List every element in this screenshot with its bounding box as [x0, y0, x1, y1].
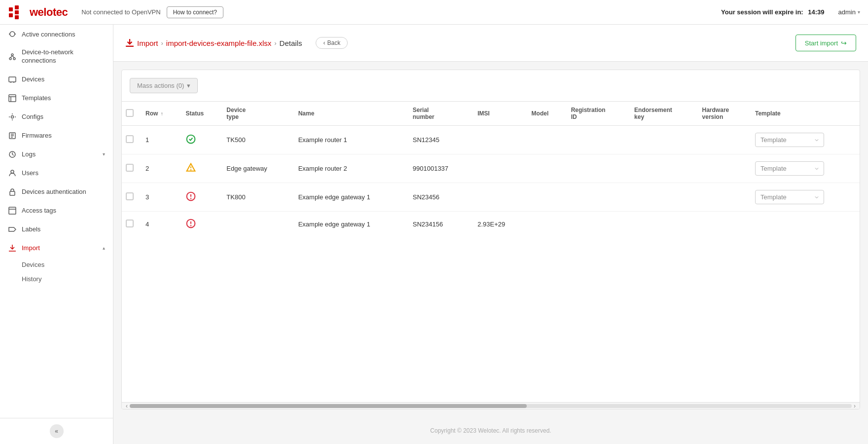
svg-rect-29	[9, 207, 16, 214]
sidebar-collapse[interactable]: «	[0, 418, 113, 444]
row-checkbox-2[interactable]	[126, 192, 134, 200]
td-reg-id-0	[565, 126, 628, 154]
td-status-0	[180, 126, 221, 154]
start-import-button[interactable]: Start import ↪	[796, 35, 856, 51]
td-checkbox-3[interactable]	[122, 212, 140, 237]
td-template-1[interactable]: Template	[749, 154, 860, 183]
td-checkbox-0[interactable]	[122, 126, 140, 154]
sidebar-item-logs[interactable]: Logs ▾	[0, 145, 113, 164]
svg-point-19	[11, 115, 14, 118]
sidebar-item-active-connections[interactable]: Active connections	[0, 25, 113, 43]
td-reg-id-3	[565, 212, 628, 237]
sidebar-item-templates[interactable]: Templates	[0, 89, 113, 108]
table-toolbar: Mass actions (0) ▾	[122, 70, 860, 102]
th-row: Row ↑	[140, 102, 180, 126]
sidebar-item-label: Logs	[22, 150, 36, 158]
svg-line-11	[10, 56, 12, 58]
logs-expand-icon: ▾	[103, 151, 105, 157]
table-scroll[interactable]: Row ↑ Status Devicetype Na	[122, 102, 860, 402]
th-status-label: Status	[186, 110, 204, 117]
back-label: Back	[327, 39, 340, 46]
user-menu[interactable]: admin ▾	[838, 8, 860, 16]
page-header: Import › import-devices-example-file.xls…	[113, 25, 868, 62]
td-status-1	[180, 154, 221, 183]
template-select-1[interactable]: Template	[755, 161, 824, 176]
td-serial-3: SN234156	[407, 212, 472, 237]
sidebar-item-users[interactable]: Users	[0, 164, 113, 183]
sidebar-sub-import-history[interactable]: History	[22, 272, 113, 286]
th-device-type: Devicetype	[220, 102, 292, 126]
start-import-arrow-icon: ↪	[841, 39, 847, 47]
scroll-right-arrow[interactable]: ›	[852, 403, 858, 409]
sidebar-item-devices-auth[interactable]: Devices authentication	[0, 183, 113, 201]
collapse-button[interactable]: «	[50, 424, 64, 438]
sidebar-item-labels[interactable]: Labels	[0, 220, 113, 239]
td-endorsement-3	[628, 212, 696, 237]
connect-button[interactable]: How to connect?	[167, 6, 223, 18]
sidebar-item-firmwares[interactable]: Firmwares	[0, 126, 113, 145]
sidebar-sub-import-devices[interactable]: Devices	[22, 258, 113, 272]
th-name: Name	[292, 102, 407, 126]
sidebar-item-label: Firmwares	[22, 132, 52, 139]
td-template-0[interactable]: Template	[749, 126, 860, 154]
network-icon	[8, 52, 17, 61]
sidebar-item-label: Configs	[22, 113, 43, 120]
td-status-3	[180, 212, 221, 237]
sidebar-item-label: Users	[22, 169, 38, 177]
table-row: 4 Example edge gateway 1 SN234156 2.93E+…	[122, 212, 860, 237]
row-checkbox-3[interactable]	[126, 220, 134, 227]
auth-icon	[8, 187, 17, 196]
th-model-label: Model	[532, 110, 549, 117]
sidebar-item-configs[interactable]: Configs	[0, 108, 113, 126]
sidebar-item-label: Labels	[22, 225, 40, 233]
svg-rect-28	[10, 191, 15, 195]
td-checkbox-2[interactable]	[122, 183, 140, 212]
table-container: Mass actions (0) ▾ Row	[121, 70, 860, 409]
td-name-0: Example router 1	[292, 126, 407, 154]
td-imsi-1	[471, 154, 525, 183]
breadcrumb-import-link[interactable]: Import	[137, 39, 158, 47]
table-scrollbar[interactable]: ‹ ›	[122, 402, 860, 409]
th-reg-id: RegistrationID	[565, 102, 628, 126]
select-all-checkbox[interactable]	[126, 109, 134, 117]
import-icon	[8, 244, 17, 253]
labels-icon	[8, 225, 17, 234]
th-imsi: IMSI	[471, 102, 525, 126]
logs-icon	[8, 150, 17, 159]
user-chevron-icon: ▾	[858, 9, 860, 15]
sidebar-item-access-tags[interactable]: Access tags	[0, 201, 113, 220]
template-select-0[interactable]: Template	[755, 133, 824, 147]
sidebar-item-devices[interactable]: Devices	[0, 70, 113, 89]
template-select-2[interactable]: Template	[755, 190, 824, 204]
sidebar-item-label: Device-to-network connections	[22, 48, 105, 65]
td-model-2	[526, 183, 565, 212]
back-button[interactable]: ‹ Back	[316, 37, 348, 49]
td-checkbox-1[interactable]	[122, 154, 140, 183]
table-row: 1 TK500 Example router 1 SN12345 Templat…	[122, 126, 860, 154]
td-template-3[interactable]	[749, 212, 860, 237]
th-template-label: Template	[755, 110, 781, 117]
td-endorsement-1	[628, 154, 696, 183]
firmwares-icon	[8, 131, 17, 140]
sidebar-item-device-network[interactable]: Device-to-network connections	[0, 43, 113, 70]
th-serial-label: Serialnumber	[413, 107, 434, 120]
main-area: Active connections Device-to-network con…	[0, 25, 868, 444]
td-template-2[interactable]: Template	[749, 183, 860, 212]
th-select-all[interactable]	[122, 102, 140, 126]
svg-point-10	[13, 58, 15, 60]
row-checkbox-1[interactable]	[126, 164, 134, 172]
mass-actions-label: Mass actions (0)	[137, 82, 184, 89]
breadcrumb-file-link[interactable]: import-devices-example-file.xlsx	[166, 39, 271, 47]
td-name-3: Example edge gateway 1	[292, 212, 407, 237]
import-submenu: Devices History	[0, 258, 113, 286]
svg-point-44	[190, 225, 191, 226]
sidebar-item-import[interactable]: Import ▴	[0, 239, 113, 258]
row-sort-icon[interactable]: ↑	[161, 111, 163, 116]
mass-actions-button[interactable]: Mass actions (0) ▾	[130, 78, 198, 93]
td-reg-id-1	[565, 154, 628, 183]
row-checkbox-0[interactable]	[126, 135, 134, 143]
td-device-type-0: TK500	[220, 126, 292, 154]
footer: Copyright © 2023 Welotec. All rights res…	[113, 417, 868, 444]
scroll-left-arrow[interactable]: ‹	[124, 403, 130, 409]
users-icon	[8, 169, 17, 178]
